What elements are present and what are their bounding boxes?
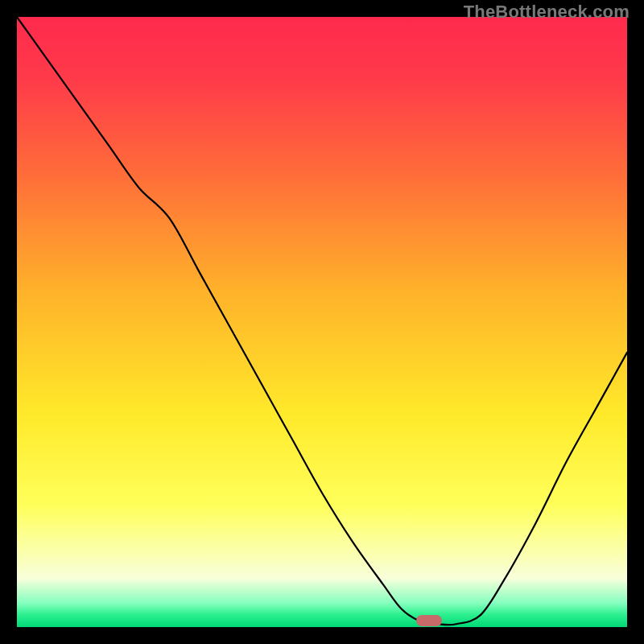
bottleneck-curve xyxy=(17,17,627,627)
chart-frame: TheBottleneck.com xyxy=(0,0,644,644)
optimal-marker xyxy=(416,615,442,626)
plot-area xyxy=(17,17,627,627)
watermark-text: TheBottleneck.com xyxy=(464,2,630,23)
